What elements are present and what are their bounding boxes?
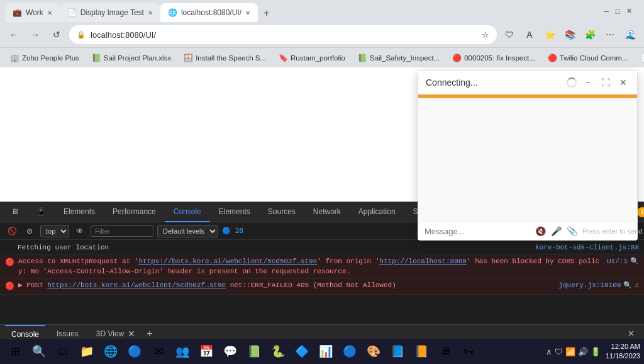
tab-localhost-close[interactable]: ✕ <box>245 9 250 16</box>
log-level-select[interactable]: Default levels <box>157 225 218 237</box>
anchor-icon-3[interactable]: ⚓ <box>635 281 639 290</box>
bookmark-twilio[interactable]: 🔴 Twilio Cloud Comm... <box>543 52 633 64</box>
console-source-3[interactable]: jquery.js:10109 <box>558 281 621 290</box>
tab-localhost[interactable]: 🌐 localhost:8080/UI/ ✕ <box>160 3 258 22</box>
tab-display-close[interactable]: ✕ <box>148 9 153 16</box>
taskbar-key[interactable]: 🗝 <box>458 340 480 363</box>
eye-toggle-button[interactable]: 👁 <box>73 224 87 238</box>
bookmark-zoho-icon: 🏢 <box>10 54 19 62</box>
console-source-1[interactable]: kore-bot-sdk-client.js:88 <box>535 243 639 253</box>
taskbar-excel-green[interactable]: 📗 <box>243 340 265 363</box>
taskbar-browser[interactable]: 🌐 <box>99 340 122 363</box>
taskbar-search[interactable]: 🔍 <box>28 340 50 363</box>
bookmark-sail-project[interactable]: 📗 Sail Project Plan.xlsx <box>87 52 176 64</box>
taskbar-ppt[interactable]: 📙 <box>410 340 433 363</box>
console-text-3: ▶ POST https://bots.kore.ai/webclient/5c… <box>18 281 555 290</box>
time-display: 12:20 AM <box>606 342 640 351</box>
close-window-button[interactable]: ✕ <box>624 6 634 16</box>
shield-icon[interactable]: 🛡 <box>501 26 518 43</box>
dt-tab-elements[interactable]: Elements <box>210 202 259 222</box>
dt-tab-console[interactable]: Console <box>165 202 210 222</box>
dt-tab-welcome[interactable]: Performance <box>104 202 165 222</box>
taskbar-fileexplorer[interactable]: 📁 <box>75 340 98 363</box>
tray-battery-icon[interactable]: 🔋 <box>591 347 601 356</box>
dt-tab-application[interactable]: Application <box>350 202 404 222</box>
back-button[interactable]: ← <box>5 26 23 43</box>
console-filter-input[interactable] <box>91 225 153 237</box>
taskbar-outlook[interactable]: 📅 <box>195 340 218 363</box>
forward-button[interactable]: → <box>26 26 44 43</box>
taskbar-vscode[interactable]: 🔷 <box>291 340 313 363</box>
dt-bottom-add-button[interactable]: + <box>147 328 152 339</box>
tab-display-image[interactable]: 📄 Display Image Test ✕ <box>60 3 160 22</box>
clear-console-button[interactable]: 🚫 <box>5 224 19 238</box>
url-bar[interactable]: 🔒 localhost:8080/UI/ ☆ <box>69 25 497 44</box>
bookmark-rustam[interactable]: 🔖 Rustam_portfolio <box>274 52 350 64</box>
taskbar-chat[interactable]: 💬 <box>219 340 242 363</box>
tab-work[interactable]: 💼 Work ✕ <box>5 3 60 22</box>
chat-fullscreen-button[interactable]: ⛶ <box>599 76 612 89</box>
console-source-2[interactable]: UI/:1 <box>607 257 628 266</box>
dt-warning-badge[interactable]: 1 <box>637 207 644 217</box>
dt-tab-elements-icon2[interactable]: 📱 <box>28 202 55 222</box>
chat-minimize-button[interactable]: − <box>582 76 594 89</box>
time-date[interactable]: 12:20 AM 11/18/2023 <box>606 342 640 361</box>
taskbar-blue-circle[interactable]: 🔵 <box>338 340 361 363</box>
dt-3d-close-button[interactable]: ✕ <box>128 329 135 339</box>
cors-link-1[interactable]: https://bots.kore.ai/webclient/5cd502f…s… <box>138 258 317 265</box>
dt-tab-sources[interactable]: Sources <box>259 202 304 222</box>
tab-display-favicon: 📄 <box>67 8 77 17</box>
dt-tab-network[interactable]: Network <box>304 202 350 222</box>
bookmark-sail1[interactable]: 📄 SAIL <box>635 52 644 64</box>
taskbar-word[interactable]: 📘 <box>386 340 409 363</box>
chat-close-button[interactable]: ✕ <box>617 76 630 89</box>
search-icon-3[interactable]: 🔍 <box>623 281 632 290</box>
bookmark-speech-icon: 🪟 <box>184 54 193 62</box>
taskbar-chrome[interactable]: 🔵 <box>123 340 146 363</box>
extensions-icon[interactable]: 🧩 <box>581 26 599 43</box>
collections-icon[interactable]: 📚 <box>561 26 579 43</box>
bookmark-sail-safety[interactable]: 📗 Sail_Safety_Inspect... <box>353 52 445 64</box>
tab-work-close[interactable]: ✕ <box>47 9 52 16</box>
taskbar-figma[interactable]: 🎨 <box>362 340 385 363</box>
mic-icon[interactable]: 🎤 <box>551 226 562 236</box>
post-link[interactable]: https://bots.kore.ai/webclient/5cd502f…s… <box>47 282 226 289</box>
search-icon-2[interactable]: 🔍 <box>630 257 639 266</box>
star-icon[interactable]: ☆ <box>482 30 489 40</box>
taskbar-python[interactable]: 🐍 <box>267 340 289 363</box>
edge-icon[interactable]: 🌊 <box>621 26 639 43</box>
tray-wifi-icon[interactable]: 📶 <box>565 347 575 356</box>
tab-display-label: Display Image Test <box>80 8 144 17</box>
chat-input-icons: 🔇 🎤 📎 <box>535 226 577 236</box>
address-bar: ← → ↺ 🔒 localhost:8080/UI/ ☆ 🛡 A ⭐ 📚 🧩 ⋯… <box>0 22 644 47</box>
dt-tab-elements-left[interactable]: 🖥 <box>3 202 28 222</box>
taskbar-mail[interactable]: ✉ <box>147 340 170 363</box>
chat-message-input[interactable] <box>425 227 530 236</box>
taskbar-start[interactable]: ⊞ <box>4 340 26 363</box>
taskbar-remote[interactable]: 🖥 <box>434 340 457 363</box>
new-tab-button[interactable]: + <box>258 4 275 22</box>
maximize-button[interactable]: □ <box>613 6 623 16</box>
favorites-icon[interactable]: ⭐ <box>541 26 558 43</box>
filter-toggle-button[interactable]: ⊘ <box>23 224 36 238</box>
bookmark-0000205[interactable]: 🔴 0000205: fix Inspect... <box>447 52 540 64</box>
dt-tab-performance[interactable]: Elements <box>55 202 104 222</box>
bookmark-zoho[interactable]: 🏢 Zoho People Plus <box>5 52 84 64</box>
tray-volume-icon[interactable]: 🔊 <box>578 347 588 356</box>
reload-button[interactable]: ↺ <box>48 26 65 43</box>
mute-icon[interactable]: 🔇 <box>535 226 546 236</box>
context-select[interactable]: top <box>40 225 69 237</box>
error-icon-2: 🔴 <box>5 258 14 268</box>
tray-shield-icon[interactable]: 🛡 <box>555 347 563 356</box>
more-menu-button[interactable]: ⋯ <box>601 26 619 43</box>
bookmark-install-speech[interactable]: 🪟 Install the Speech S... <box>179 52 271 64</box>
chat-messages <box>418 98 637 222</box>
minimize-button[interactable]: ─ <box>601 6 611 16</box>
taskbar-taskview[interactable]: 🗂 <box>52 340 74 363</box>
translate-icon[interactable]: A <box>521 26 538 43</box>
attach-icon[interactable]: 📎 <box>567 226 577 236</box>
cors-link-2[interactable]: http://localhost:8080 <box>379 258 467 265</box>
tray-up-icon[interactable]: ∧ <box>546 347 552 356</box>
taskbar-teams[interactable]: 👥 <box>171 340 194 363</box>
taskbar-excel2[interactable]: 📊 <box>314 340 337 363</box>
